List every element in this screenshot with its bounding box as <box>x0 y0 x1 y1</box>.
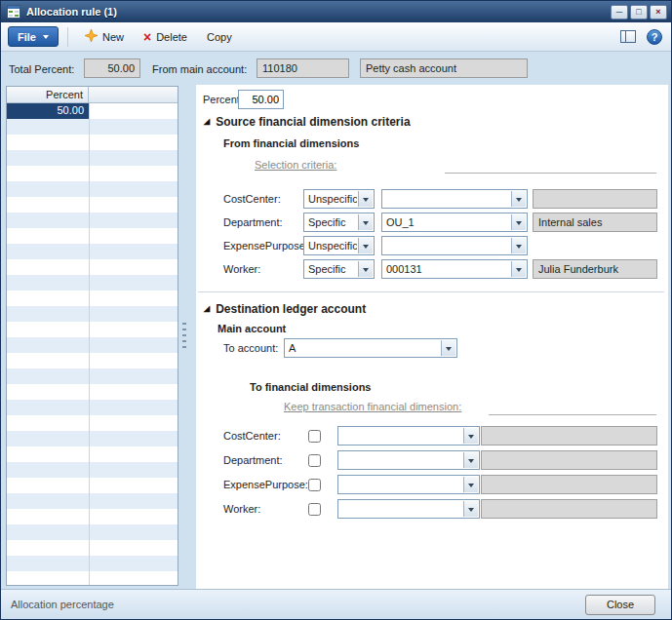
detail-panel: Percent: ◢ Source financial dimension cr… <box>196 85 668 590</box>
dropdown-arrow-icon <box>358 191 373 207</box>
percent-grid: Percent 50.00 <box>6 86 178 586</box>
from-main-account-field: 110180 <box>257 58 349 78</box>
toolbar-right: ? <box>618 27 664 47</box>
dest-department-display <box>481 450 657 470</box>
file-menu-label: File <box>18 31 36 43</box>
source-department-display: Internal sales <box>533 213 657 232</box>
dest-department-label: Department: <box>223 450 283 470</box>
help-icon: ? <box>647 29 662 45</box>
chevron-down-icon <box>43 35 49 42</box>
minimize-button[interactable]: ─ <box>611 5 628 19</box>
source-department-label: Department: <box>223 213 283 232</box>
total-percent-label: Total Percent: <box>9 61 74 77</box>
combo-value <box>338 476 462 491</box>
dest-worker-checkbox[interactable] <box>308 503 321 516</box>
dest-expensepurpose-select[interactable] <box>337 475 480 494</box>
percent-label: Percent: <box>203 90 243 109</box>
combo-value: OU_1 <box>382 213 510 229</box>
dest-department-select[interactable] <box>337 450 480 470</box>
dropdown-arrow-icon <box>511 214 526 230</box>
dropdown-arrow-icon <box>511 191 526 207</box>
new-button[interactable]: New <box>77 26 132 48</box>
delete-button[interactable]: × Delete <box>136 26 195 48</box>
source-expensepurpose-value-select[interactable] <box>381 236 528 255</box>
combo-value: 000131 <box>382 260 510 276</box>
section-expanded-icon: ◢ <box>204 117 210 127</box>
dropdown-arrow-icon <box>441 340 455 356</box>
from-main-account-label: From main account: <box>152 61 247 77</box>
main-account-label: Main account <box>217 319 286 338</box>
grid-selected-cell[interactable]: 50.00 <box>7 103 89 119</box>
combo-value <box>338 500 462 516</box>
source-worker-criteria-select[interactable]: Specific <box>303 259 375 279</box>
close-button[interactable]: Close <box>585 595 655 615</box>
source-expensepurpose-label: ExpensePurpose: <box>223 236 308 255</box>
section-divider <box>198 291 664 292</box>
combo-value: Unspecific <box>304 190 357 206</box>
combo-value <box>382 237 510 252</box>
source-costcenter-display <box>533 189 657 209</box>
to-financial-dimensions-label: To financial dimensions <box>250 377 371 397</box>
dropdown-arrow-icon <box>463 477 478 492</box>
layout-button[interactable] <box>618 28 638 45</box>
dropdown-arrow-icon <box>358 238 373 253</box>
destination-section-header[interactable]: ◢ Destination ledger account <box>204 301 366 317</box>
source-costcenter-criteria-select[interactable]: Unspecific <box>303 189 375 209</box>
dest-expensepurpose-label: ExpensePurpose: <box>223 475 308 494</box>
delete-icon: × <box>143 31 151 43</box>
percent-column-header[interactable]: Percent <box>7 87 89 102</box>
splitter-grip[interactable] <box>182 323 186 348</box>
toolbar-separator <box>67 27 68 47</box>
source-expensepurpose-criteria-select[interactable]: Unspecific <box>303 236 375 255</box>
combo-value <box>338 451 462 467</box>
combo-value: A <box>285 339 440 355</box>
dropdown-arrow-icon <box>511 238 526 253</box>
delete-button-label: Delete <box>156 31 187 43</box>
selection-criteria-label: Selection criteria: <box>255 155 336 174</box>
dest-costcenter-label: CostCenter: <box>223 426 281 446</box>
maximize-button[interactable]: □ <box>630 5 648 19</box>
dest-worker-select[interactable] <box>337 499 480 519</box>
titlebar: Allocation rule (1) ─ □ × <box>1 1 671 22</box>
total-percent-field: 50.00 <box>84 58 140 78</box>
source-worker-value-select[interactable]: 000131 <box>381 259 528 279</box>
dest-expensepurpose-checkbox[interactable] <box>308 479 321 491</box>
grid-body[interactable]: 50.00 <box>7 103 178 585</box>
dest-costcenter-select[interactable] <box>337 426 480 446</box>
percent-input[interactable] <box>238 90 284 109</box>
status-text: Allocation percentage <box>11 599 114 610</box>
dest-costcenter-checkbox[interactable] <box>308 430 321 443</box>
file-menu-button[interactable]: File <box>8 26 59 47</box>
dest-expensepurpose-display <box>481 475 657 494</box>
source-worker-display: Julia Funderburk <box>533 259 657 279</box>
to-account-select[interactable]: A <box>284 338 457 358</box>
titlebar-close-button[interactable]: × <box>650 5 667 19</box>
account-name-field: Petty cash account <box>360 58 528 78</box>
status-bar: Allocation percentage Close <box>1 589 671 619</box>
source-costcenter-value-select[interactable] <box>381 189 528 209</box>
dropdown-arrow-icon <box>463 452 478 468</box>
grid-column-divider <box>89 103 90 585</box>
source-department-criteria-select[interactable]: Specific <box>303 213 375 232</box>
combo-value: Specific <box>304 213 357 229</box>
dropdown-arrow-icon <box>463 501 478 517</box>
dropdown-arrow-icon <box>511 261 526 277</box>
copy-button[interactable]: Copy <box>199 26 240 48</box>
window-controls: ─ □ × <box>611 5 667 19</box>
grid-header: Percent <box>7 87 178 103</box>
keep-transaction-dimension-label: Keep transaction financial dimension: <box>284 397 461 416</box>
source-worker-label: Worker: <box>223 259 260 279</box>
layout-icon <box>620 30 636 43</box>
keep-transaction-line <box>489 414 656 415</box>
dropdown-arrow-icon <box>463 428 478 444</box>
dest-worker-display <box>481 499 657 519</box>
combo-value: Unspecific <box>304 237 357 252</box>
dropdown-arrow-icon <box>358 261 373 277</box>
section-expanded-icon: ◢ <box>204 304 210 314</box>
help-button[interactable]: ? <box>645 27 664 47</box>
source-section-header[interactable]: ◢ Source financial dimension criteria <box>204 114 411 130</box>
combo-value: Specific <box>304 260 357 276</box>
source-department-value-select[interactable]: OU_1 <box>381 213 528 232</box>
dropdown-arrow-icon <box>358 214 373 230</box>
dest-department-checkbox[interactable] <box>308 454 321 467</box>
